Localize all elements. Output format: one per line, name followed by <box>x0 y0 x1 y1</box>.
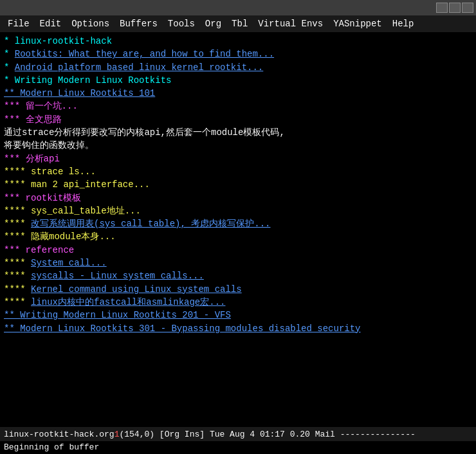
content-line: * Writing Modern Linux Rootkits <box>4 74 472 87</box>
menu-item-org[interactable]: Org <box>200 18 226 30</box>
content-line: **** 隐藏module本身... <box>4 230 472 243</box>
menu-item-options[interactable]: Options <box>66 18 114 30</box>
content-line: **** 改写系统调用表(sys_call_table), 考虑内核写保护... <box>4 217 472 230</box>
content-line: * Android platform based linux kernel ro… <box>4 61 472 74</box>
menu-item-tools[interactable]: Tools <box>163 18 200 30</box>
content-line: *** 留一个坑... <box>4 100 472 113</box>
content-line: **** sys_call_table地址... <box>4 204 472 217</box>
content-line: *** 分析api <box>4 152 472 165</box>
minibuffer-text: Beginning of buffer <box>0 441 476 454</box>
titlebar-controls <box>436 3 476 13</box>
titlebar <box>0 0 476 15</box>
content-line: **** syscalls - Linux system calls... <box>4 269 472 282</box>
menu-item-buffers[interactable]: Buffers <box>114 18 163 30</box>
minimize-button[interactable] <box>436 3 448 13</box>
content-line: **** System call... <box>4 257 472 269</box>
content-line: **** man 2 api_interface... <box>4 178 472 191</box>
content-line: **** linux内核中的fastcall和asmlinkage宏... <box>4 296 472 309</box>
status-linenum: 1 <box>114 430 120 439</box>
content-area: * linux-rootkit-hack* Rootkits: What the… <box>0 32 476 427</box>
menu-item-help[interactable]: Help <box>387 18 419 30</box>
statusbar: linux-rootkit-hack.org 1(154,0) [Org Ins… <box>0 427 476 441</box>
status-filename: linux-rootkit-hack.org <box>4 430 114 439</box>
content-line: * Rootkits: What they are, and how to fi… <box>4 48 472 60</box>
content-line: *** rootkit模板 <box>4 192 472 204</box>
content-line: *** reference <box>4 244 472 257</box>
content-line: 通过strace分析得到要改写的内核api,然后套一个module模板代码, <box>4 126 472 139</box>
content-line: **** strace ls... <box>4 165 472 178</box>
menu-item-edit[interactable]: Edit <box>35 18 67 30</box>
content-line: **** Kernel command using Linux system c… <box>4 283 472 296</box>
close-button[interactable] <box>462 3 473 13</box>
content-line: ** Modern Linux Rootkits 101 <box>4 87 472 100</box>
status-position: (154,0) [Org Ins] Tue Aug 4 01:17 0.20 M… <box>119 430 415 439</box>
menu-item-yasnippet[interactable]: YASnippet <box>328 18 387 30</box>
content-line: ** Writing Modern Linux Rootkits 201 - V… <box>4 309 472 322</box>
content-line: * linux-rootkit-hack <box>4 35 472 48</box>
maximize-button[interactable] <box>449 3 461 13</box>
menu-item-virtual envs[interactable]: Virtual Envs <box>253 18 328 30</box>
menu-item-file[interactable]: File <box>3 18 35 30</box>
menubar: FileEditOptionsBuffersToolsOrgTblVirtual… <box>0 15 476 32</box>
menu-item-tbl[interactable]: Tbl <box>226 18 253 30</box>
content-line: *** 全文思路 <box>4 113 472 126</box>
content-line: 将要钩住的函数改掉。 <box>4 139 472 152</box>
content-line: ** Modern Linux Rootkits 301 - Bypassing… <box>4 322 472 335</box>
